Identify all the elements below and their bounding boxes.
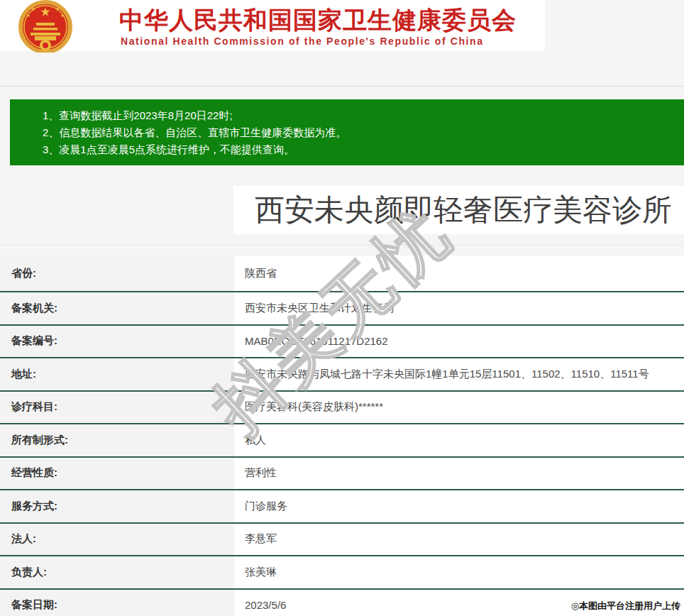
field-value: 营利性 <box>234 458 684 490</box>
notice-box: 1、查询数据截止到2023年8月20日22时; 2、信息数据结果以各省、自治区、… <box>10 99 684 165</box>
table-row: 备案编号: MAB0RQDF061011217D2162 <box>0 326 684 359</box>
site-header: 中华人民共和国国家卫生健康委员会 National Health Commiss… <box>0 0 545 51</box>
table-row: 诊疗科目: 医疗美容科(美容皮肤科)****** <box>0 392 684 425</box>
notice-line-3: 3、凌晨1点至凌晨5点系统进行维护，不能提供查询。 <box>43 141 677 158</box>
table-row: 备案机关: 西安市未央区卫生和计划生育局 <box>0 292 684 326</box>
field-label: 备案编号: <box>0 326 234 358</box>
header-title-en: National Health Commission of the People… <box>121 35 484 47</box>
field-label: 服务方式: <box>0 490 234 522</box>
table-row: 服务方式: 门诊服务 <box>0 490 684 524</box>
field-label: 省份: <box>0 255 234 291</box>
table-row: 所有制形式: 私人 <box>0 424 684 458</box>
national-emblem-icon <box>4 0 87 53</box>
field-value: MAB0RQDF061011217D2162 <box>234 326 684 358</box>
result-title-band: 西安未央颜即轻奢医疗美容诊所 <box>233 186 684 234</box>
field-value: 陕西省 <box>234 255 684 291</box>
field-value: 西安市未央区卫生和计划生育局 <box>234 292 684 324</box>
field-label: 经营性质: <box>0 458 234 490</box>
field-value: 门诊服务 <box>234 490 684 522</box>
field-value: 李悬军 <box>234 524 684 556</box>
header-divider <box>0 86 684 87</box>
field-value: 私人 <box>234 424 684 456</box>
header-title-cn: 中华人民共和国国家卫生健康委员会 <box>119 4 517 37</box>
institution-name: 西安未央颜即轻奢医疗美容诊所 <box>255 186 672 234</box>
field-value: 西安市未央路与凤城七路十字未央国际1幢1单元15层11501、11502、115… <box>234 358 684 390</box>
table-row: 负责人: 张美琳 <box>0 556 684 590</box>
title-divider <box>0 245 684 246</box>
table-row: 经营性质: 营利性 <box>0 458 684 491</box>
field-label: 诊疗科目: <box>0 392 234 424</box>
field-label: 负责人: <box>0 556 234 588</box>
field-label: 法人: <box>0 524 234 556</box>
notice-line-1: 1、查询数据截止到2023年8月20日22时; <box>43 107 677 124</box>
table-row: 地址: 西安市未央路与凤城七路十字未央国际1幢1单元15层11501、11502… <box>0 358 684 392</box>
record-table: 省份: 陕西省 备案机关: 西安市未央区卫生和计划生育局 备案编号: MAB0R… <box>0 255 684 616</box>
notice-line-2: 2、信息数据结果以各省、自治区、直辖市卫生健康委数据为准。 <box>43 124 677 141</box>
field-value: 张美琳 <box>234 556 684 588</box>
field-label: 备案日期: <box>0 590 234 616</box>
page: 中华人民共和国国家卫生健康委员会 National Health Commiss… <box>0 0 684 616</box>
field-value: 医疗美容科(美容皮肤科)****** <box>234 392 684 424</box>
field-label: 地址: <box>0 358 234 390</box>
table-row: 省份: 陕西省 <box>0 255 684 292</box>
table-row: 法人: 李悬军 <box>0 524 684 557</box>
field-label: 备案机关: <box>0 292 234 324</box>
field-label: 所有制形式: <box>0 424 234 456</box>
uploader-badge: ◎本图由平台注册用户上传 <box>571 600 680 612</box>
